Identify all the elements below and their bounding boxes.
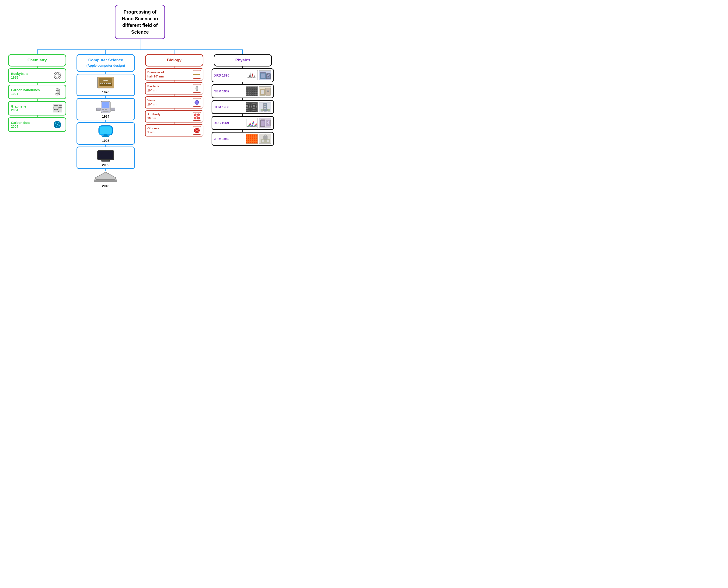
bio-label-glucose: Glucose1 nm xyxy=(147,126,192,134)
cs-item-1984: 1984 xyxy=(77,98,135,120)
sem-machine-img xyxy=(259,86,271,96)
svg-point-65 xyxy=(195,104,196,104)
phys-item-afm: AFM 1982 xyxy=(212,132,274,146)
phys-conn-4 xyxy=(242,114,243,116)
svg-point-96 xyxy=(267,90,269,92)
chem-item-nanotube: Carbon nanotubes1991 xyxy=(8,85,66,99)
bio-conn-5 xyxy=(174,123,174,124)
svg-point-63 xyxy=(198,101,198,102)
svg-rect-34 xyxy=(102,83,103,84)
chem-drop xyxy=(37,49,38,54)
svg-point-69 xyxy=(197,117,200,119)
svg-rect-37 xyxy=(108,83,109,84)
chem-item-buckyballs: Buckyballs1985 xyxy=(8,68,66,83)
cs-conn-2 xyxy=(105,96,106,98)
bio-conn-1 xyxy=(174,66,174,68)
bio-label-bacteria: Bacteria103 nm xyxy=(147,84,192,92)
svg-rect-57 xyxy=(193,74,200,75)
cdots-icon xyxy=(51,120,63,129)
macbook2009-img xyxy=(79,149,133,163)
svg-rect-36 xyxy=(106,83,107,84)
chemistry-column: Chemistry Buckyballs1985 xyxy=(5,49,69,188)
svg-rect-103 xyxy=(246,102,258,112)
chem-conn-2 xyxy=(37,83,38,85)
physics-column: Physics XRD 1895 xyxy=(210,49,275,188)
chem-label-cdots: Carbon dots2004 xyxy=(11,121,50,129)
imac1998-img xyxy=(79,124,133,139)
svg-point-1 xyxy=(54,74,61,77)
chemistry-label: Chemistry xyxy=(27,58,47,62)
horizontal-branch xyxy=(37,49,243,50)
svg-point-28 xyxy=(56,126,57,127)
bio-conn-2 xyxy=(174,81,174,82)
bio-drop xyxy=(174,49,174,54)
bacteria-icon xyxy=(193,84,201,92)
svg-point-29 xyxy=(57,124,58,125)
svg-point-64 xyxy=(198,103,199,104)
sem-img xyxy=(245,86,258,96)
chemistry-items: Buckyballs1985 xyxy=(5,66,69,132)
svg-point-74 xyxy=(197,131,199,132)
cs-conn-1 xyxy=(105,72,106,74)
svg-point-25 xyxy=(55,123,56,124)
svg-rect-122 xyxy=(246,134,258,144)
cs-drop xyxy=(105,49,106,54)
physics-header: Physics xyxy=(214,54,272,66)
cs-label: Computer Science(Apple computer design) xyxy=(87,58,125,68)
phys-label-xrd: XRD 1895 xyxy=(214,74,244,77)
computer-science-header: Computer Science(Apple computer design) xyxy=(77,54,135,72)
cs-item-2009: 2009 xyxy=(77,147,135,169)
svg-rect-46 xyxy=(111,108,115,111)
chem-item-graphene: Graphene2004 xyxy=(8,101,66,115)
bio-label: Biology xyxy=(167,58,181,62)
cs-item-2018-wrap: 2018 xyxy=(77,171,135,188)
svg-rect-70 xyxy=(196,116,197,117)
apple1976-img: APPLE xyxy=(79,76,133,90)
svg-rect-54 xyxy=(102,160,109,161)
svg-point-59 xyxy=(196,86,197,90)
svg-point-0 xyxy=(54,72,61,79)
bio-item-bacteria: Bacteria103 nm xyxy=(145,82,204,94)
svg-rect-128 xyxy=(267,140,269,142)
svg-rect-52 xyxy=(98,151,113,159)
svg-point-27 xyxy=(59,125,60,126)
biology-column: Biology Diameter ofhair 105 nm xyxy=(142,49,207,188)
antibody-icon xyxy=(193,112,201,121)
nanotube-icon xyxy=(51,87,63,97)
svg-rect-41 xyxy=(102,102,109,108)
phys-label-tem: TEM 1938 xyxy=(214,105,244,109)
svg-point-67 xyxy=(197,113,200,116)
afm-img xyxy=(245,134,258,144)
svg-point-72 xyxy=(195,128,196,130)
phys-label-sem: SEM 1937 xyxy=(214,89,244,93)
cs-conn-5 xyxy=(105,169,106,171)
afm-machine-img xyxy=(259,134,271,144)
svg-rect-45 xyxy=(97,108,101,111)
cs-items: APPLE 1976 xyxy=(73,72,138,188)
cs-year-2009: 2009 xyxy=(102,163,109,167)
svg-point-86 xyxy=(267,74,270,77)
phys-label-afm: AFM 1982 xyxy=(214,137,244,141)
cs-conn-3 xyxy=(105,120,106,122)
phys-drop xyxy=(242,49,243,54)
phys-item-xrd: XRD 1895 xyxy=(212,68,274,82)
svg-rect-38 xyxy=(109,83,111,84)
svg-rect-110 xyxy=(264,108,266,109)
root-section: Progressing of Nano Science in different… xyxy=(5,5,275,49)
svg-rect-43 xyxy=(105,109,107,110)
svg-text:APPLE: APPLE xyxy=(103,80,108,81)
root-connector xyxy=(140,39,141,49)
svg-rect-85 xyxy=(261,74,265,78)
svg-point-117 xyxy=(267,121,270,124)
svg-point-62 xyxy=(195,101,196,102)
chem-label-nanotube: Carbon nanotubes1991 xyxy=(11,88,50,96)
tem-machine-img xyxy=(259,102,271,112)
cs-year-1998: 1998 xyxy=(102,139,109,143)
physics-items: XRD 1895 xyxy=(210,66,275,146)
root-node: Progressing of Nano Science in different… xyxy=(115,5,165,39)
cs-item-1976: APPLE 1976 xyxy=(77,74,135,96)
cs-year-1976: 1976 xyxy=(102,90,109,94)
svg-point-26 xyxy=(58,122,60,123)
svg-rect-107 xyxy=(267,109,270,111)
svg-rect-35 xyxy=(104,83,105,84)
